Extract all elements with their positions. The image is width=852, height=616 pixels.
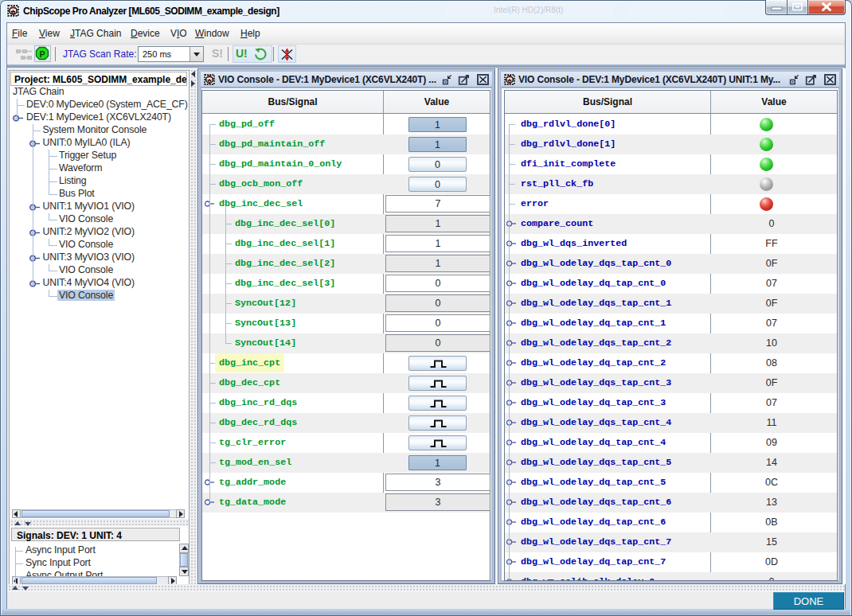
- svg-text:P: P: [39, 49, 45, 59]
